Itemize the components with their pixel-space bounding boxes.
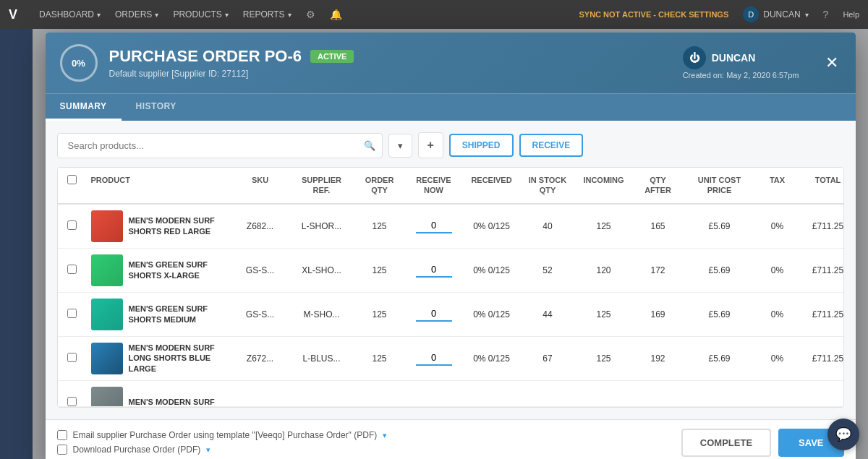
close-button[interactable]: ✕ — [822, 52, 841, 74]
receive-now-cell[interactable] — [405, 213, 463, 239]
product-cell: MEN'S GREEN SURF SHORTS MEDIUM — [87, 293, 231, 336]
download-po-label: Download Purchase Order (PDF) — [73, 445, 201, 455]
product-name: MEN'S MODERN SURF — [129, 397, 215, 406]
header-sku: SKU — [231, 168, 289, 203]
in-stock-cell: 44 — [521, 304, 575, 325]
table-row: MEN'S MODERN SURF SHORTS RED LARGE Z682.… — [58, 205, 843, 249]
user-menu[interactable]: D DUNCAN ▾ — [743, 7, 808, 22]
receive-now-input[interactable] — [416, 262, 452, 278]
bell-icon[interactable]: 🔔 — [330, 9, 342, 20]
header-incoming: INCOMING — [575, 168, 633, 203]
receive-now-cell[interactable] — [405, 301, 463, 327]
footer-options: Email supplier Purchase Order using temp… — [57, 430, 388, 455]
row-select-checkbox[interactable] — [67, 265, 77, 274]
header-qty-after: QTY AFTER — [633, 168, 684, 203]
incoming-cell: 125 — [575, 348, 633, 369]
receive-now-input[interactable] — [416, 351, 452, 366]
received-cell: 0% 0/125 — [463, 215, 521, 237]
receive-button[interactable]: RECEIVE — [519, 134, 584, 157]
supplier-ref-cell: XL-SHO... — [289, 259, 354, 281]
modal-title-area: PURCHASE ORDER PO-6 ACTIVE Default suppl… — [109, 47, 671, 79]
product-name: MEN'S GREEN SURF SHORTS MEDIUM — [129, 304, 227, 325]
settings-icon[interactable]: ⚙ — [306, 9, 315, 20]
header-product: PRODUCT — [87, 168, 231, 203]
tax-cell: 0% — [756, 304, 799, 325]
header-total: TOTAL — [799, 168, 844, 203]
complete-button[interactable]: COMPLETE — [681, 429, 771, 457]
search-row: 🔍 ▾ + SHIPPED RECEIVE — [57, 132, 844, 158]
received-cell: 0% 0/125 — [463, 348, 521, 369]
receive-now-input[interactable] — [416, 218, 452, 233]
receive-now-cell[interactable] — [405, 345, 463, 372]
received-cell: 0% 0/125 — [463, 259, 521, 281]
select-all-checkbox[interactable] — [67, 175, 77, 184]
row-select-checkbox[interactable] — [67, 309, 77, 318]
sku-cell: GS-S... — [231, 304, 289, 325]
chevron-down-icon: ▾ — [225, 11, 229, 19]
nav-dashboard[interactable]: DASHBOARD ▾ — [39, 9, 101, 20]
row-checkbox — [58, 347, 87, 370]
total-cell: £711.25 — [799, 259, 844, 281]
email-supplier-label: Email supplier Purchase Order using temp… — [73, 430, 378, 440]
chat-support-button[interactable]: 💬 — [827, 419, 859, 450]
order-qty-cell: 125 — [354, 215, 405, 237]
chevron-down-icon: ▾ — [288, 11, 292, 19]
product-name: MEN'S MODERN SURF LONG SHORTS BLUE LARGE — [129, 343, 227, 374]
product-name: MEN'S MODERN SURF SHORTS RED LARGE — [129, 215, 227, 236]
incoming-cell: 125 — [575, 304, 633, 325]
nav-orders[interactable]: ORDERS ▾ — [115, 9, 158, 20]
footer-actions: COMPLETE SAVE — [681, 429, 844, 457]
product-name: MEN'S GREEN SURF SHORTS X-LARGE — [129, 259, 227, 280]
supplier-ref-cell: L-SHOR... — [289, 215, 354, 237]
receive-now-input[interactable] — [416, 306, 452, 322]
modal-header: 0% PURCHASE ORDER PO-6 ACTIVE Default su… — [46, 33, 856, 93]
chevron-down-icon: ▾ — [805, 11, 809, 19]
sku-cell: GS-S... — [231, 259, 289, 281]
tax-cell: 0% — [756, 348, 799, 369]
sidebar — [0, 29, 33, 459]
download-po-checkbox[interactable] — [57, 445, 67, 455]
qty-after-cell: 192 — [633, 348, 684, 369]
sku-cell: Z682... — [231, 215, 289, 237]
tab-summary[interactable]: SUMMARY — [46, 94, 122, 121]
filter-dropdown-button[interactable]: ▾ — [388, 134, 412, 158]
receive-now-cell[interactable] — [405, 257, 463, 283]
total-cell: £711.25 — [799, 215, 844, 237]
modal-tabs: SUMMARY HISTORY — [46, 93, 856, 121]
row-select-checkbox[interactable] — [67, 353, 77, 362]
header-receive-now: RECEIVE NOW — [405, 168, 463, 203]
chevron-down-icon: ▾ — [155, 11, 158, 19]
incoming-cell: 125 — [575, 215, 633, 237]
unit-cost-cell: £5.69 — [684, 215, 756, 237]
shipped-button[interactable]: SHIPPED — [449, 134, 514, 157]
nav-reports[interactable]: REPORTS ▾ — [243, 9, 292, 20]
header-checkbox — [58, 168, 87, 203]
add-product-button[interactable]: + — [418, 132, 443, 158]
download-template-dropdown[interactable]: ▾ — [206, 445, 210, 455]
product-cell: MEN'S MODERN SURF LONG SHORTS BLUE LARGE — [87, 337, 231, 380]
user-power-icon: ⏻ — [683, 46, 706, 69]
header-tax: TAX — [756, 168, 799, 203]
received-cell: 0% 0/125 — [463, 304, 521, 325]
product-thumbnail — [91, 343, 123, 374]
row-select-checkbox[interactable] — [67, 397, 77, 406]
row-select-checkbox[interactable] — [67, 220, 77, 230]
modal-footer: Email supplier Purchase Order using temp… — [46, 419, 856, 459]
header-order-qty: ORDER QTY — [354, 168, 405, 203]
product-thumbnail — [91, 254, 123, 286]
tab-history[interactable]: HISTORY — [122, 94, 191, 121]
modal-user-name: ⏻ DUNCAN — [683, 46, 799, 69]
order-qty-cell: 125 — [354, 259, 405, 281]
email-template-dropdown[interactable]: ▾ — [383, 431, 387, 440]
incoming-cell: 120 — [575, 259, 633, 281]
nav-products[interactable]: PRODUCTS ▾ — [173, 9, 228, 20]
header-supplier-ref: SUPPLIER REF. — [289, 168, 354, 203]
email-supplier-checkbox[interactable] — [57, 430, 67, 440]
status-badge: ACTIVE — [310, 50, 354, 63]
email-supplier-row: Email supplier Purchase Order using temp… — [57, 430, 388, 440]
total-cell: £711.25 — [799, 304, 844, 325]
help-icon[interactable]: ? — [823, 9, 829, 20]
in-stock-cell: 67 — [521, 348, 575, 369]
search-input[interactable] — [57, 133, 383, 158]
product-cell: MEN'S GREEN SURF SHORTS X-LARGE — [87, 249, 231, 292]
